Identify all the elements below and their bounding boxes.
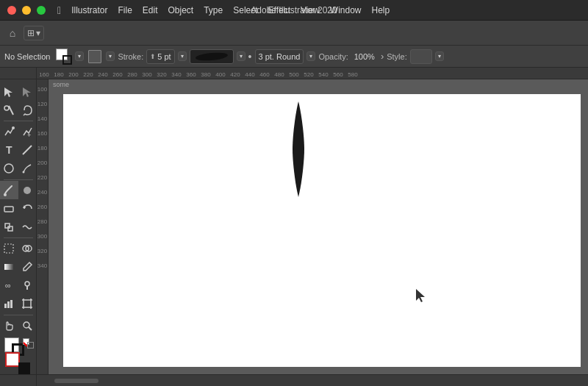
stroke-units-dropdown[interactable]: ▾ (178, 51, 187, 61)
artboard[interactable] (63, 94, 581, 367)
type-tool[interactable]: T (0, 141, 18, 160)
color-selector[interactable] (1, 337, 35, 351)
ruler-tick: 320 (154, 71, 169, 78)
blend-tool[interactable]: ∞ (0, 276, 18, 295)
warp-tool[interactable] (18, 218, 37, 236)
swap-colors-icon[interactable] (27, 342, 34, 349)
tool-divider-2 (4, 179, 33, 180)
fill-with-stroke[interactable] (5, 352, 20, 367)
bottom-left-corner (0, 375, 37, 386)
column-graph-tool[interactable] (0, 295, 18, 313)
fill-stroke-selector[interactable] (56, 49, 72, 65)
dot-separator: • (248, 51, 252, 62)
gradient-tool[interactable] (0, 258, 18, 276)
ruler-tick: 180 (51, 71, 66, 78)
ruler-v-tick: 280 (37, 215, 48, 229)
stroke-width-input[interactable]: ⬆ 5 pt (146, 49, 174, 64)
blob-brush-tool[interactable] (18, 181, 37, 199)
svg-point-7 (4, 164, 13, 173)
stroke-fill-toggle[interactable] (5, 352, 32, 374)
opacity-input[interactable]: 100% (351, 49, 378, 64)
free-transform-tool[interactable] (0, 240, 18, 258)
menu-object[interactable]: Object (164, 4, 198, 17)
menu-bar: Illustrator File Edit Object Type Select… (67, 4, 394, 17)
add-anchor-tool[interactable]: + (18, 123, 37, 141)
ruler-v-tick: 100 (37, 82, 48, 97)
line-segment-tool[interactable] (18, 141, 37, 160)
home-button[interactable]: ⌂ (4, 25, 21, 41)
svg-marker-1 (23, 87, 31, 97)
ruler-v-tick: 140 (37, 112, 48, 126)
scrollbar-thumb[interactable] (54, 379, 98, 383)
ruler-tick: 300 (140, 71, 154, 78)
style-selector[interactable] (410, 49, 432, 64)
menu-file[interactable]: File (113, 4, 136, 17)
brush-leaf-shape (195, 51, 228, 62)
ruler-tick: 580 (345, 71, 360, 78)
rotate-tool[interactable] (18, 199, 37, 218)
canvas-label: some (53, 81, 69, 88)
direct-selection-tool[interactable] (18, 82, 37, 101)
tool-divider-3 (4, 237, 33, 238)
stroke-arrows[interactable]: ⬆ (150, 53, 156, 60)
properties-bar: No Selection ▾ ▾ Stroke: ⬆ 5 pt ▾ ▾ • 3 … (0, 46, 588, 68)
ruler-v-tick: 200 (37, 156, 48, 171)
svg-rect-14 (8, 226, 12, 231)
ruler-tick: 440 (243, 71, 257, 78)
shape-builder-tool[interactable] (18, 240, 37, 258)
menu-illustrator[interactable]: Illustrator (67, 4, 112, 17)
svg-rect-23 (10, 300, 12, 308)
selection-tool[interactable] (0, 82, 18, 101)
selection-tools-row (0, 82, 36, 101)
svg-rect-13 (5, 224, 10, 228)
ruler-corner (0, 68, 37, 79)
selection-status: No Selection (4, 52, 50, 61)
drawn-stroke (291, 101, 306, 197)
ruler-tick: 200 (66, 71, 81, 78)
ruler-v-tick: 120 (37, 97, 48, 112)
pencil-tool[interactable] (18, 160, 37, 178)
menu-help[interactable]: Help (368, 4, 395, 17)
rectangle-tool[interactable] (0, 160, 18, 178)
menu-edit[interactable]: Edit (138, 4, 162, 17)
brush-size-value: 3 pt. Round (259, 52, 301, 61)
stroke-color-box[interactable] (62, 55, 72, 65)
ruler-v-tick: 260 (37, 200, 48, 215)
opacity-expand-icon[interactable]: › (381, 51, 384, 62)
eyedropper-tool[interactable] (18, 258, 37, 276)
magic-wand-tool[interactable] (0, 101, 18, 119)
eraser-tool[interactable] (0, 199, 18, 218)
brush-size-dropdown[interactable]: ▾ (306, 51, 315, 61)
brush-chevron-icon: ▾ (240, 53, 243, 60)
zoom-tool[interactable] (18, 316, 37, 335)
maximize-button[interactable] (37, 6, 46, 15)
ruler-top-row: 160 180 200 220 240 260 280 300 320 340 … (0, 68, 588, 79)
paintbrush-tool[interactable] (0, 181, 18, 199)
wand-lasso-row (0, 101, 36, 119)
window-title: Adobe Illustrator 2020 (251, 5, 337, 15)
minimize-button[interactable] (22, 6, 31, 15)
workspace-switcher[interactable]: ⊞ ▾ (24, 26, 44, 40)
view-mode-dropdown[interactable]: ▾ (106, 51, 115, 61)
view-mode-button[interactable] (88, 50, 101, 63)
horizontal-scrollbar[interactable] (37, 375, 588, 386)
scale-tool[interactable] (0, 218, 18, 236)
ruler-tick: 360 (184, 71, 198, 78)
style-dropdown[interactable]: ▾ (435, 51, 444, 61)
pen-tool[interactable] (0, 123, 18, 141)
svg-rect-18 (4, 264, 13, 270)
brush-size-selector[interactable]: 3 pt. Round (255, 49, 304, 64)
fill-stroke-dropdown[interactable]: ▾ (75, 51, 84, 61)
hand-tool[interactable] (0, 316, 18, 335)
brush-dropdown[interactable]: ▾ (237, 51, 245, 61)
artboard-tool[interactable] (18, 295, 37, 313)
main-row: + T (0, 79, 588, 374)
lasso-tool[interactable] (18, 101, 37, 119)
menu-type[interactable]: Type (199, 4, 227, 17)
tool-divider-4 (4, 315, 33, 315)
stroke-dark[interactable] (18, 362, 30, 374)
brush-preview[interactable] (190, 49, 234, 64)
canvas-area[interactable]: some (49, 79, 588, 374)
close-button[interactable] (7, 6, 16, 15)
symbol-sprayer-tool[interactable] (18, 276, 37, 295)
